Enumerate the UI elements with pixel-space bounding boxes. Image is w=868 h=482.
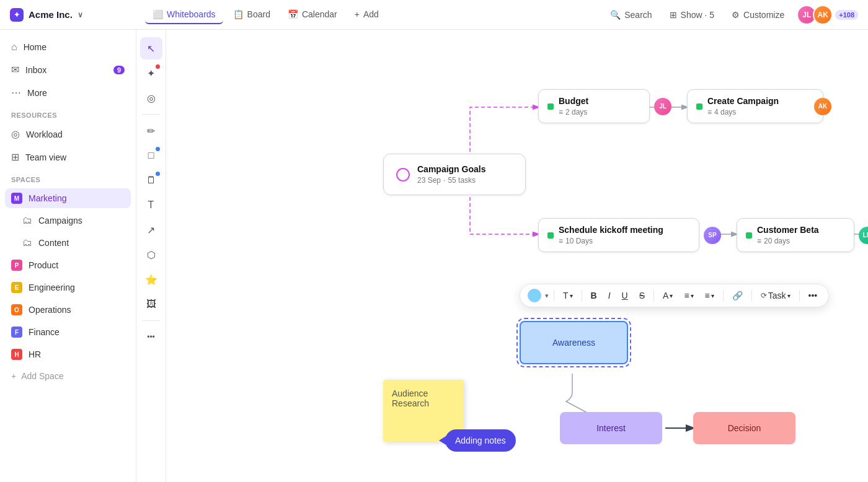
show-button[interactable]: ⊞ Show · 5 [665, 7, 719, 22]
underline-btn[interactable]: U [618, 288, 632, 303]
list-btn[interactable]: ≡ ▾ [701, 288, 718, 303]
red-dot [156, 64, 160, 69]
color-dropdown[interactable]: ▾ [545, 292, 549, 300]
sidebar-item-finance[interactable]: F Finance [5, 322, 131, 342]
task-btn[interactable]: ⟳ Task ▾ [757, 288, 794, 303]
align-btn[interactable]: ≡ ▾ [680, 288, 697, 303]
tool-pen[interactable]: ✏ [140, 120, 162, 142]
logo-icon: ✦ [10, 8, 24, 22]
home-icon: ⌂ [11, 42, 17, 53]
add-space-button[interactable]: + Add Space [5, 367, 131, 385]
canvas-wrap: ↖ ✦ ◎ ✏ □ 🗒 T ↗ ⬡ ⭐ 🖼 ••• [136, 30, 868, 482]
fontsize-btn[interactable]: A ▾ [659, 288, 676, 303]
tab-whiteboards[interactable]: ⬜ Whiteboards [145, 6, 223, 24]
hr-dot: H [11, 349, 22, 360]
sidebar-item-inbox[interactable]: ✉ Inbox 9 [5, 59, 131, 80]
strikethrough-btn[interactable]: S [636, 288, 649, 303]
sidebar-item-campaigns[interactable]: 🗂 Campaigns [5, 211, 131, 230]
inbox-badge: 9 [113, 66, 125, 74]
more-icon: ⋯ [11, 87, 21, 99]
search-icon: 🔍 [610, 10, 621, 20]
decision-node[interactable]: Decision [693, 412, 795, 444]
green-status-dot [547, 103, 554, 110]
tool-select[interactable]: ↖ [140, 37, 162, 59]
fmt-sep-4 [723, 290, 724, 301]
whiteboard-canvas[interactable]: Campaign Goals 23 Sep · 55 tasks Budget … [166, 30, 868, 482]
italic-btn[interactable]: I [604, 288, 614, 303]
tool-nodes[interactable]: ⬡ [140, 243, 162, 266]
sidebar-item-marketing[interactable]: M Marketing [5, 188, 131, 208]
interest-node[interactable]: Interest [560, 412, 662, 444]
tool-rectangle[interactable]: □ [140, 144, 162, 167]
tool-arrow[interactable]: ↗ [140, 219, 162, 241]
tool-magic[interactable]: ✦ [140, 62, 162, 84]
bold-btn[interactable]: B [587, 288, 601, 303]
tab-board[interactable]: 📋 Board [226, 6, 278, 24]
blue-dot-1 [156, 147, 160, 151]
sidebar-item-product[interactable]: P Product [5, 255, 131, 275]
show-icon: ⊞ [670, 10, 677, 20]
adding-notes-tooltip: Adding notes [445, 429, 516, 452]
schedule-dot [547, 232, 554, 239]
folder-icon: 🗂 [22, 215, 32, 226]
campaign-goals-content: Campaign Goals 23 Sep · 55 tasks [417, 164, 485, 185]
vertical-toolbar: ↖ ✦ ◎ ✏ □ 🗒 T ↗ ⬡ ⭐ 🖼 ••• [136, 30, 166, 482]
main-layout: ⌂ Home ✉ Inbox 9 ⋯ More Resources ◎ Work… [0, 30, 868, 482]
link-btn[interactable]: 🔗 [728, 288, 746, 303]
tool-globe[interactable]: ◎ [140, 87, 162, 109]
budget-node[interactable]: Budget ≡ 2 days JL [538, 89, 650, 123]
sidebar-item-content[interactable]: 🗂 Content [5, 233, 131, 253]
avatar-2: AK [813, 5, 833, 25]
sidebar-item-teamview[interactable]: ⊞ Team view [5, 147, 131, 167]
product-dot: P [11, 260, 22, 271]
sidebar-item-hr[interactable]: H HR [5, 344, 131, 364]
text-style-btn[interactable]: T ▾ [559, 288, 577, 303]
gear-icon: ⚙ [732, 10, 740, 20]
resources-label: Resources [5, 105, 131, 121]
color-picker[interactable] [528, 289, 541, 302]
customize-button[interactable]: ⚙ Customize [727, 7, 789, 22]
avatar-count: +108 [835, 10, 858, 20]
board-icon: 📋 [233, 9, 244, 19]
sidebar-item-workload[interactable]: ◎ Workload [5, 124, 131, 144]
sidebar-item-home[interactable]: ⌂ Home [5, 37, 131, 57]
tool-image[interactable]: 🖼 [140, 293, 162, 315]
operations-dot: O [11, 304, 22, 315]
customer-beta-node[interactable]: Customer Beta ≡ 20 days LM [737, 218, 854, 252]
engineering-dot: E [11, 282, 22, 293]
format-toolbar: ▾ T ▾ B I U S A ▾ ≡ ▾ [520, 284, 829, 307]
fmt-sep-6 [799, 290, 800, 301]
awareness-node[interactable]: Awareness [520, 321, 628, 364]
tool-star[interactable]: ⭐ [140, 268, 162, 291]
blue-dot-2 [156, 172, 160, 176]
schedule-kickoff-node[interactable]: Schedule kickoff meeting ≡ 10 Days SP [538, 218, 699, 252]
more-btn[interactable]: ••• [805, 288, 822, 303]
tool-text[interactable]: T [140, 194, 162, 216]
campaign-goals-meta: 23 Sep · 55 tasks [417, 176, 485, 185]
tab-calendar[interactable]: 📅 Calendar [280, 6, 345, 24]
fmt-sep-2 [582, 290, 582, 301]
workload-icon: ◎ [11, 128, 20, 140]
budget-content: Budget ≡ 2 days [547, 96, 640, 116]
create-campaign-node[interactable]: Create Campaign ≡ 4 days AK [687, 89, 823, 123]
sidebar-item-operations[interactable]: O Operations [5, 300, 131, 320]
add-icon: + [355, 9, 360, 19]
search-button[interactable]: 🔍 Search [605, 7, 657, 22]
campaign-goals-node[interactable]: Campaign Goals 23 Sep · 55 tasks [383, 154, 526, 195]
schedule-avatar: SP [704, 227, 721, 244]
sidebar-item-engineering[interactable]: E Engineering [5, 278, 131, 297]
avatar-group[interactable]: JL AK +108 [797, 5, 858, 25]
tab-add[interactable]: + Add [347, 6, 386, 24]
campaign-goals-title: Campaign Goals [417, 164, 485, 174]
app-logo[interactable]: ✦ Acme Inc. ∨ [10, 8, 140, 22]
sidebar-item-more[interactable]: ⋯ More [5, 82, 131, 103]
tooltip-arrow [439, 434, 449, 447]
finance-dot: F [11, 326, 22, 338]
add-icon: + [11, 371, 16, 381]
nav-tabs: ⬜ Whiteboards 📋 Board 📅 Calendar + Add [145, 6, 600, 24]
create-campaign-dot [696, 103, 702, 110]
tool-sticky[interactable]: 🗒 [140, 169, 162, 191]
fmt-sep-5 [751, 290, 752, 301]
tool-more[interactable]: ••• [140, 326, 162, 348]
calendar-icon: 📅 [288, 9, 298, 19]
